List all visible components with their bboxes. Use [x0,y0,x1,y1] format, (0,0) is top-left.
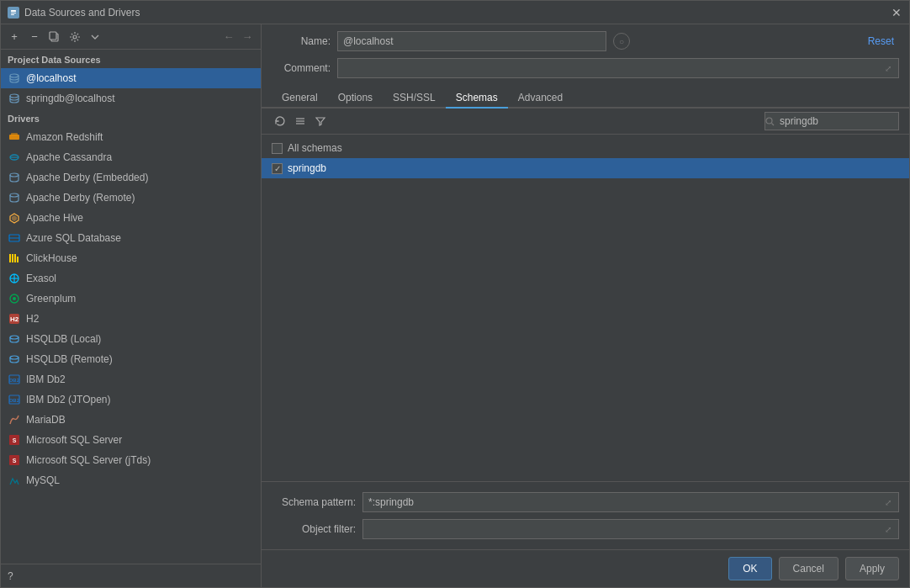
hsqldb-local-icon [8,332,21,346]
close-button[interactable]: ✕ [891,7,902,19]
driver-greenplum[interactable]: Greenplum [1,289,261,309]
exasol-icon [8,272,21,285]
amazon-icon [8,130,21,144]
mssql-jtds-icon: S [8,453,21,467]
schema-list: All schemas ✓ springdb [262,135,909,481]
cassandra-label: Apache Cassandra [26,151,112,163]
svg-text:DB2: DB2 [9,398,20,403]
reset-button[interactable]: Reset [863,35,899,47]
svg-text:H2: H2 [10,315,19,323]
azure-icon [8,231,21,245]
driver-h2[interactable]: H2 H2 [1,309,261,329]
drivers-label: Drivers [1,109,261,127]
driver-mssql[interactable]: S Microsoft SQL Server [1,430,261,450]
amazon-label: Amazon Redshift [26,131,103,143]
svg-text:S: S [13,437,17,443]
sidebar-item-springdb[interactable]: springdb@localhost [1,88,261,109]
greenplum-icon [8,292,21,305]
apply-button[interactable]: Apply [845,557,899,580]
schema-row-all[interactable]: All schemas [262,138,909,158]
exasol-label: Exasol [26,273,56,284]
schema-pattern-input[interactable] [363,496,898,508]
add-button[interactable]: + [6,29,23,45]
driver-clickhouse[interactable]: ClickHouse [1,248,261,268]
clickhouse-icon [8,252,21,265]
driver-apache-cassandra[interactable]: Apache Cassandra [1,147,261,167]
ibm-db2-icon: DB2 [8,373,21,386]
driver-mssql-jtds[interactable]: S Microsoft SQL Server (jTds) [1,450,261,470]
svg-rect-19 [9,254,11,262]
project-sources-label: Project Data Sources [1,50,261,68]
object-filter-expand-icon[interactable]: ⤢ [880,521,897,538]
driver-mariadb[interactable]: MariaDB [1,410,261,430]
derby-embedded-icon [8,171,21,184]
driver-apache-hive[interactable]: Apache Hive [1,208,261,228]
driver-apache-derby-embedded[interactable]: Apache Derby (Embedded) [1,167,261,188]
back-button[interactable]: ← [220,29,237,45]
svg-line-44 [772,123,775,125]
h2-icon: H2 [8,312,21,326]
ok-button[interactable]: OK [728,557,771,580]
springdb-checkbox[interactable]: ✓ [272,163,283,174]
tab-advanced[interactable]: Advanced [508,88,573,109]
object-filter-row: Object filter: ⤢ [272,516,899,543]
schemas-content: × All schemas ✓ springdb [262,109,909,587]
tab-schemas[interactable]: Schemas [446,88,508,109]
name-info-icon[interactable]: ○ [613,33,630,50]
svg-rect-21 [14,254,16,262]
forward-button[interactable]: → [239,29,256,45]
springdb-label: springdb@localhost [26,93,115,104]
svg-rect-3 [11,14,14,15]
schema-pattern-row: Schema pattern: ⤢ [272,489,899,516]
remove-button[interactable]: − [26,29,43,45]
driver-exasol[interactable]: Exasol [1,268,261,289]
hsqldb-remote-label: HSQLDB (Remote) [26,353,113,365]
tab-ssh-ssl[interactable]: SSH/SSL [383,88,446,109]
all-schemas-checkbox[interactable] [272,143,283,154]
project-sources-list: @localhost springdb@localhost [1,68,261,109]
driver-ibm-db2[interactable]: DB2 IBM Db2 [1,369,261,389]
name-input[interactable] [337,31,606,51]
schemas-refresh-button[interactable] [272,113,288,130]
tabs-bar: General Options SSH/SSL Schemas Advanced [262,82,909,109]
svg-rect-20 [12,254,13,262]
driver-hsqldb-remote[interactable]: HSQLDB (Remote) [1,349,261,369]
sidebar-item-localhost[interactable]: @localhost [1,68,261,88]
mysql-label: MySQL [26,474,60,486]
schema-pattern-expand-icon[interactable]: ⤢ [880,494,897,511]
cancel-button[interactable]: Cancel [779,557,839,580]
object-filter-label: Object filter: [272,523,356,535]
tab-general[interactable]: General [272,88,328,109]
driver-hsqldb-local[interactable]: HSQLDB (Local) [1,329,261,349]
schema-row-springdb[interactable]: ✓ springdb [262,158,909,178]
ibm-db2-jtopen-label: IBM Db2 (JTOpen) [26,394,110,405]
help-icon: ? [8,570,13,582]
settings-button[interactable] [66,29,83,45]
clickhouse-label: ClickHouse [26,252,77,264]
comment-expand-icon[interactable]: ⤢ [880,60,897,77]
comment-input[interactable] [338,62,898,74]
schemas-sort-button[interactable] [292,113,309,130]
copy-button[interactable] [46,29,63,45]
main-window: Data Sources and Drivers ✕ + − [0,0,910,588]
drivers-section: Drivers Amazon Redshift [1,109,261,564]
arrow-button[interactable] [87,29,103,45]
svg-point-8 [10,94,19,98]
driver-ibm-db2-jtopen[interactable]: DB2 IBM Db2 (JTOpen) [1,389,261,410]
driver-apache-derby-remote[interactable]: Apache Derby (Remote) [1,188,261,208]
db-icon [8,72,21,85]
schemas-filter-button[interactable] [312,113,329,130]
driver-azure-sql[interactable]: Azure SQL Database [1,228,261,248]
sidebar: + − [1,24,262,587]
object-filter-input[interactable] [363,523,898,535]
driver-amazon-redshift[interactable]: Amazon Redshift [1,127,261,147]
derby-remote-label: Apache Derby (Remote) [26,192,135,204]
mariadb-icon [8,413,21,426]
db-icon-springdb [8,92,21,105]
schema-search-input[interactable] [775,115,909,127]
hsqldb-local-label: HSQLDB (Local) [26,333,101,345]
svg-point-30 [10,336,19,339]
help-button[interactable]: ? [1,564,261,587]
tab-options[interactable]: Options [328,88,383,109]
driver-mysql[interactable]: MySQL [1,470,261,490]
